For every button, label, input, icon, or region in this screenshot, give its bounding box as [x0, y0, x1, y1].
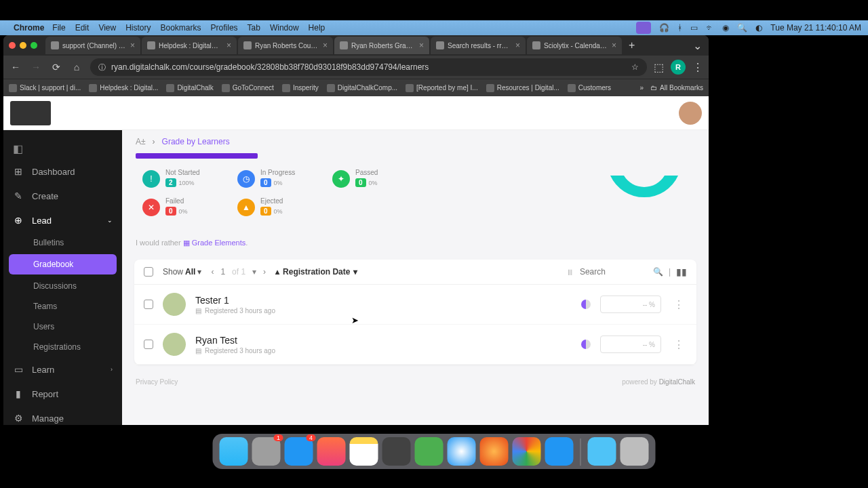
bookmark-item[interactable]: GoToConnect — [222, 84, 274, 92]
sidebar-item-learn[interactable]: ▭Learn› — [3, 357, 122, 382]
chrome-menu-icon[interactable]: ⋮ — [692, 61, 703, 74]
row-menu-icon[interactable]: ⋮ — [671, 338, 687, 351]
privacy-link[interactable]: Privacy Policy — [136, 378, 178, 386]
prev-page-button[interactable]: ‹ — [211, 267, 214, 277]
score-input[interactable]: -- % — [600, 336, 661, 353]
dock-firefox[interactable] — [480, 437, 509, 466]
wifi-icon[interactable]: ᯤ — [706, 23, 714, 33]
digitalchalk-link[interactable]: DigitalChalk — [659, 378, 695, 386]
sidebar-item-dashboard[interactable]: ⊞Dashboard — [3, 159, 122, 184]
forward-button[interactable]: → — [29, 62, 43, 73]
all-bookmarks[interactable]: 🗀All Bookmarks — [650, 84, 703, 92]
dock-safari[interactable] — [448, 437, 476, 466]
search-icon[interactable]: 🔍 — [653, 267, 663, 277]
siri-icon[interactable]: ◐ — [755, 23, 762, 33]
back-button[interactable]: ← — [9, 62, 22, 73]
sidebar-item-manage[interactable]: ⚙Manage — [3, 406, 122, 425]
sidebar-sub-teams[interactable]: Teams — [3, 296, 122, 317]
dock-trash[interactable] — [620, 437, 649, 466]
dock-chrome[interactable] — [513, 437, 541, 466]
browser-tab[interactable]: support (Channel) - di...× — [45, 37, 140, 54]
menu-view[interactable]: View — [98, 23, 116, 33]
filter-columns-icon[interactable]: ⫼ — [566, 267, 574, 277]
url-bar[interactable]: ⓘ ryan.digitalchalk.com/course/gradebook… — [90, 58, 647, 76]
maximize-window[interactable] — [31, 42, 37, 49]
bookmark-item[interactable]: DigitalChalkComp... — [327, 84, 397, 92]
bookmark-item[interactable]: Customers — [568, 84, 611, 92]
home-button[interactable]: ⌂ — [70, 62, 83, 73]
next-page-button[interactable]: › — [263, 267, 266, 277]
dock-notes[interactable] — [350, 437, 378, 466]
menubar-app-icon[interactable] — [636, 22, 651, 34]
sidebar-item-lead[interactable]: ⊕Lead⌄ — [3, 208, 122, 232]
sort-dropdown[interactable]: ▴ Registration Date ▾ — [275, 267, 357, 277]
profile-avatar[interactable]: R — [671, 60, 686, 75]
menu-tab[interactable]: Tab — [248, 23, 260, 33]
user-avatar[interactable] — [679, 102, 702, 125]
bookmark-item[interactable]: [Reported by me] I... — [406, 84, 478, 92]
search-input[interactable] — [580, 267, 648, 277]
dock-numbers[interactable] — [415, 437, 443, 466]
menu-history[interactable]: History — [125, 23, 151, 33]
close-icon[interactable]: × — [226, 41, 231, 50]
bookmark-item[interactable]: DigitalChalk — [166, 84, 213, 92]
row-checkbox[interactable] — [144, 300, 153, 309]
score-input[interactable]: -- % — [600, 296, 661, 313]
bookmark-item[interactable]: Insperity — [282, 84, 319, 92]
select-all-checkbox[interactable] — [144, 267, 153, 277]
sidebar-sub-bulletins[interactable]: Bulletins — [3, 232, 122, 253]
dock-calculator[interactable] — [382, 437, 411, 466]
audio-icon[interactable]: 🎧 — [659, 23, 669, 33]
bookmark-item[interactable]: Resources | Digital... — [486, 84, 559, 92]
gradebook-icon[interactable]: A± — [136, 137, 146, 146]
app-logo[interactable] — [10, 101, 51, 125]
show-filter[interactable]: Show All ▾ — [163, 267, 201, 277]
browser-tab[interactable]: Sciolytix - Calendar - W...× — [527, 37, 622, 54]
close-icon[interactable]: × — [130, 41, 135, 50]
bookmark-star-icon[interactable]: ☆ — [631, 62, 639, 72]
menu-file[interactable]: File — [52, 23, 65, 33]
dock-downloads[interactable] — [588, 437, 616, 466]
close-window[interactable] — [9, 42, 16, 49]
close-icon[interactable]: × — [515, 41, 520, 50]
chart-icon[interactable]: ▮▮ — [676, 266, 687, 277]
dock-settings[interactable]: 1 — [252, 437, 281, 466]
extensions-icon[interactable]: ⬚ — [654, 61, 664, 74]
sidebar-item-report[interactable]: ▮Report — [3, 382, 122, 406]
minimize-window[interactable] — [20, 42, 26, 49]
sidebar-sub-discussions[interactable]: Discussions — [3, 276, 122, 296]
bookmarks-overflow[interactable]: » — [640, 84, 644, 92]
grade-elements-link[interactable]: Grade Elements — [192, 239, 245, 247]
dock-finder[interactable] — [220, 437, 248, 466]
table-row[interactable]: Ryan Test ▤Registered 3 hours ago -- % ⋮ — [134, 325, 696, 365]
dock-zoom[interactable] — [545, 437, 574, 466]
browser-tab[interactable]: Helpdesk : DigitalChalk× — [142, 37, 237, 54]
browser-tab[interactable]: Search results - rrober...× — [431, 37, 526, 54]
new-tab-button[interactable]: + — [623, 39, 640, 52]
browser-tab-active[interactable]: Ryan Roberts Gradebo...× — [334, 37, 429, 54]
dock-launchpad[interactable] — [317, 437, 346, 466]
close-icon[interactable]: × — [323, 41, 328, 50]
page-size-dropdown[interactable]: ▾ — [252, 267, 256, 277]
control-center-icon[interactable]: ◉ — [722, 23, 729, 33]
close-icon[interactable]: × — [419, 41, 424, 50]
spotlight-icon[interactable]: 🔍 — [737, 23, 747, 33]
battery-icon[interactable]: ▭ — [690, 23, 698, 33]
row-checkbox[interactable] — [144, 340, 153, 349]
bookmark-item[interactable]: Slack | support | di... — [9, 84, 81, 92]
menu-edit[interactable]: Edit — [75, 23, 90, 33]
bookmark-item[interactable]: Helpdesk : Digital... — [89, 84, 158, 92]
breadcrumb-link[interactable]: Grade by Learners — [162, 137, 230, 146]
menu-help[interactable]: Help — [309, 23, 326, 33]
sidebar-toggle[interactable]: ◧ — [3, 138, 122, 159]
browser-tab[interactable]: Ryan Roberts Courses× — [238, 37, 333, 54]
menubar-clock[interactable]: Tue May 21 11:40:10 AM — [770, 23, 861, 33]
menu-window[interactable]: Window — [270, 23, 299, 33]
menu-bookmarks[interactable]: Bookmarks — [161, 23, 201, 33]
sidebar-sub-registrations[interactable]: Registrations — [3, 337, 122, 357]
dock-appstore[interactable]: 4 — [285, 437, 313, 466]
row-menu-icon[interactable]: ⋮ — [671, 298, 687, 311]
menu-profiles[interactable]: Profiles — [211, 23, 238, 33]
sidebar-sub-users[interactable]: Users — [3, 317, 122, 337]
sidebar-sub-gradebook[interactable]: Gradebook — [9, 254, 117, 274]
